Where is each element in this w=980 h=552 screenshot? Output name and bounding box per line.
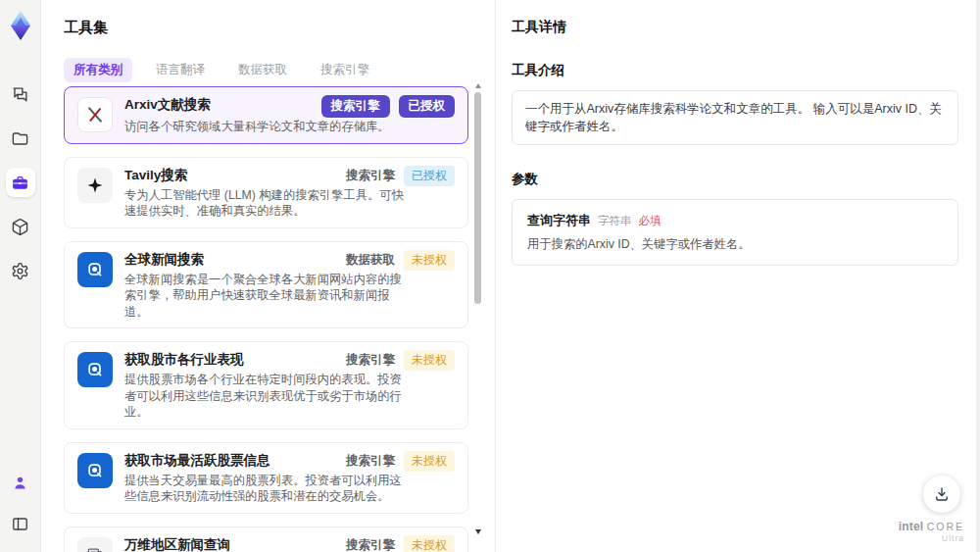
intro-heading: 工具介绍 [512,62,958,79]
app-window: 工具集 所有类别 语言翻译 数据获取 搜索引擎 Arxiv文献搜索 [0,0,980,552]
tool-name: Arxiv文献搜索 [124,95,211,114]
param-description: 用于搜索的Arxiv ID、关键字或作者姓名。 [527,236,943,253]
cube-icon [11,218,29,236]
sidebar-item-chat[interactable] [6,79,35,109]
params-heading: 参数 [512,171,958,188]
category-badge: 搜索引擎 [346,453,395,470]
folder-icon [11,129,29,148]
tool-cards: Arxiv文献搜索 搜索引擎 已授权 访问各个研究领域大量科学论文和文章的存储库… [64,86,468,552]
blue-search-logo [77,252,113,287]
category-badge: 搜索引擎 [346,352,395,369]
download-button[interactable] [923,476,960,513]
auth-badge: 未授权 [404,535,455,552]
category-badge: 数据获取 [346,252,395,269]
param-box: 查询字符串 字符串 必填 用于搜索的Arxiv ID、关键字或作者姓名。 [512,199,958,266]
tool-card-regional-news[interactable]: 万维地区新闻查询 搜索引擎 未授权 查询具体行政区划内的新闻，快速了解各地新闻动 [64,527,468,552]
tool-description: 专为人工智能代理 (LLM) 构建的搜索引擎工具。可快速提供实时、准确和真实的结… [124,187,407,220]
sidebar-item-tools[interactable] [6,168,35,197]
param-type: 字符串 [598,214,632,228]
tool-name: 全球新闻搜索 [124,250,204,269]
sidebar-item-models[interactable] [6,212,35,241]
tool-name: 获取市场最活跃股票信息 [124,451,270,470]
crystal-logo-icon [7,10,34,41]
sidebar-bottom [6,468,35,538]
auth-badge: 未授权 [404,250,455,271]
category-tabs: 所有类别 语言翻译 数据获取 搜索引擎 [64,58,379,82]
sidebar-item-panel-toggle[interactable] [6,509,35,538]
chat-icon [11,85,29,104]
intel-brand-text: intel [899,520,924,533]
sidebar-item-account[interactable] [6,468,35,497]
detail-title: 工具详情 [512,19,958,36]
category-badge: 搜索引擎 [346,168,395,184]
sidebar-item-settings[interactable] [6,256,35,285]
tool-name: 获取股市各行业表现 [124,350,244,369]
intel-core-text: CORE [927,521,964,532]
tool-card-arxiv[interactable]: Arxiv文献搜索 搜索引擎 已授权 访问各个研究领域大量科学论文和文章的存储库… [64,86,468,144]
toolbox-icon [11,174,29,192]
tool-description: 访问各个研究领域大量科学论文和文章的存储库。 [124,119,407,135]
page-title: 工具集 [64,19,108,37]
auth-badge: 已授权 [399,95,456,118]
icon-sidebar [0,0,41,552]
tool-name: 万维地区新闻查询 [124,535,230,552]
tool-card-sector-performance[interactable]: 获取股市各行业表现 搜索引擎 未授权 提供股票市场各个行业在特定时间段内的表现。… [64,341,468,429]
tool-description: 提供当天交易量最高的股票列表。投资者可以利用这些信息来识别流动性强的股票和潜在的… [124,473,407,505]
tab-search-engine[interactable]: 搜索引擎 [311,58,379,82]
scrollbar-thumb[interactable] [474,92,481,304]
tool-card-tavily[interactable]: Tavily搜索 搜索引擎 已授权 专为人工智能代理 (LLM) 构建的搜索引擎… [64,157,468,228]
tool-description: 提供股票市场各个行业在特定时间段内的表现。投资者可以利用这些信息来识别表现优于或… [124,372,407,421]
download-icon [933,485,951,503]
tools-list-panel: 工具集 所有类别 语言翻译 数据获取 搜索引擎 Arxiv文献搜索 [41,0,495,552]
auth-badge: 未授权 [404,350,455,371]
auth-badge: 已授权 [404,166,455,186]
tool-name: Tavily搜索 [124,166,187,184]
tool-card-global-news[interactable]: 全球新闻搜索 数据获取 未授权 全球新闻搜索是一个聚合全球各大新闻网站内容的搜索… [64,241,468,329]
blue-search-logo [77,453,113,488]
tavily-star-logo [77,168,113,203]
tool-detail-panel: 工具详情 工具介绍 一个用于从Arxiv存储库搜索科学论文和文章的工具。 输入可… [495,0,980,552]
window-scrollbar[interactable] [976,0,980,552]
intel-core-logo: intel CORE Ultra [899,521,964,544]
category-badge: 搜索引擎 [321,95,390,118]
tab-data-acquisition[interactable]: 数据获取 [228,58,297,82]
newspaper-icon [77,537,113,552]
tool-card-active-stocks[interactable]: 获取市场最活跃股票信息 搜索引擎 未授权 提供当天交易量最高的股票列表。投资者可… [64,442,468,514]
user-icon [11,474,29,492]
app-logo [6,9,35,42]
auth-badge: 未授权 [404,451,455,472]
tab-all-categories[interactable]: 所有类别 [64,58,132,82]
category-badge: 搜索引擎 [346,537,395,552]
param-required-flag: 必填 [639,214,662,228]
sidebar-nav [6,79,35,285]
param-name: 查询字符串 [527,212,591,229]
panel-toggle-icon [11,515,29,533]
blue-search-logo [77,352,113,387]
settings-icon [11,262,29,280]
sidebar-item-files[interactable] [6,124,35,153]
arxiv-logo [77,97,113,132]
tool-description: 全球新闻搜索是一个聚合全球各大新闻网站内容的搜索引擎，帮助用户快速获取全球最新资… [124,272,407,321]
intel-ultra-text: Ultra [899,532,964,544]
list-scrollbar[interactable] [473,83,483,542]
intro-box: 一个用于从Arxiv存储库搜索科学论文和文章的工具。 输入可以是Arxiv ID… [512,90,958,145]
tab-translation[interactable]: 语言翻译 [146,58,215,82]
scrollbar-down-arrow-icon[interactable] [475,529,481,534]
scrollbar-up-arrow-icon[interactable] [475,83,481,88]
